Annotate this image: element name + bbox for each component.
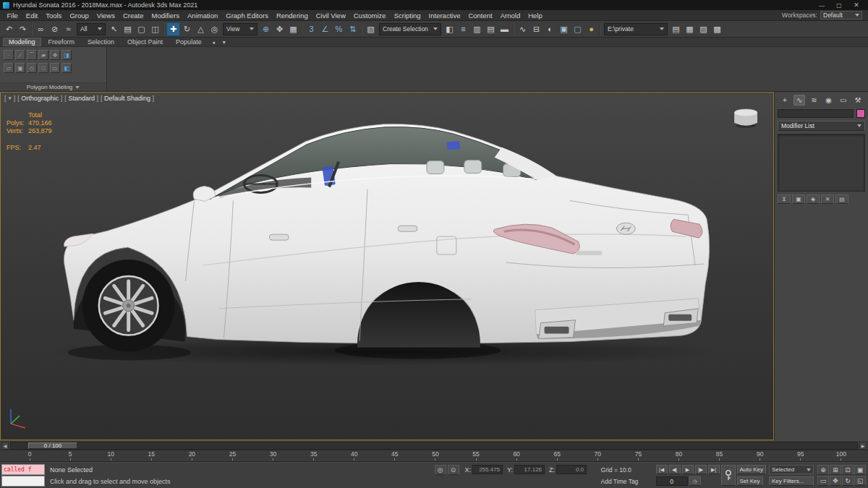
render-production-icon[interactable]: ●: [584, 22, 598, 36]
material-editor-icon[interactable]: ◐: [543, 22, 557, 36]
asset-library-icon[interactable]: ▤: [669, 22, 683, 36]
select-and-link-icon[interactable]: ∞: [34, 22, 48, 36]
maxscript-mini-listener[interactable]: called f: [0, 463, 46, 488]
ribbon-config-icon[interactable]: ▼: [219, 38, 229, 46]
play-button[interactable]: ▶: [682, 465, 694, 474]
ribbon-tab[interactable]: Modeling: [3, 38, 41, 46]
scene-explorer-icon[interactable]: ▤: [484, 22, 498, 36]
maximize-viewport-icon[interactable]: ◱: [854, 476, 866, 486]
select-and-move-icon[interactable]: ✚: [166, 22, 180, 36]
menu-item[interactable]: Graph Editors: [222, 12, 273, 20]
key-filters-button[interactable]: Key Filters...: [769, 476, 814, 486]
spinner-snap-icon[interactable]: ⇅: [346, 22, 359, 36]
reference-coordinate-dropdown[interactable]: View: [223, 23, 258, 35]
hierarchy-tab[interactable]: ≋: [808, 95, 820, 106]
create-tab[interactable]: +: [779, 95, 791, 106]
set-key-mode-button[interactable]: [721, 465, 736, 486]
select-object-icon[interactable]: ↖: [107, 22, 121, 36]
render-cloud-icon[interactable]: ▨: [697, 22, 710, 36]
show-end-result-button[interactable]: ▣: [792, 194, 805, 204]
menu-item[interactable]: Customize: [349, 12, 390, 20]
unlink-selection-icon[interactable]: ⊘: [48, 22, 61, 36]
listener-output[interactable]: called f: [1, 464, 45, 475]
menu-item[interactable]: Tools: [42, 12, 66, 20]
menu-item[interactable]: File: [3, 12, 22, 20]
time-slider-handle[interactable]: 0 / 100: [28, 442, 77, 449]
edit-poly-mode-button[interactable]: ◨: [61, 50, 72, 60]
preview-multi-button[interactable]: ◇: [27, 63, 37, 73]
next-frame-arrow[interactable]: ▶: [859, 442, 867, 450]
snaps-toggle-icon[interactable]: 3: [305, 22, 318, 36]
pan-icon[interactable]: ✥: [830, 476, 841, 486]
open-folder-icon[interactable]: ▩: [710, 22, 724, 36]
menu-item[interactable]: Views: [93, 12, 119, 20]
select-and-place-icon[interactable]: ◎: [208, 22, 221, 36]
listener-input[interactable]: [1, 476, 45, 487]
edit-named-selection-sets-icon[interactable]: ▧: [364, 22, 378, 36]
current-frame-field[interactable]: 0: [656, 476, 688, 486]
next-frame-button[interactable]: |▶: [695, 465, 707, 474]
close-button[interactable]: ✕: [848, 1, 865, 10]
modifier-stack[interactable]: [778, 134, 865, 192]
zoom-all-icon[interactable]: ⊞: [830, 465, 841, 475]
preview-off-button[interactable]: ▱: [4, 63, 14, 73]
rendered-frame-icon[interactable]: ▢: [571, 22, 584, 36]
pin-stack-button[interactable]: ⊻: [778, 194, 791, 204]
align-icon[interactable]: ≡: [456, 22, 470, 36]
undo-icon[interactable]: ↶: [2, 22, 16, 36]
select-and-rotate-icon[interactable]: ↻: [180, 22, 194, 36]
ribbon-tab[interactable]: Selection: [82, 38, 120, 46]
isolate-selection-toggle[interactable]: ◎: [435, 465, 446, 475]
menu-item[interactable]: Modifiers: [148, 12, 184, 20]
utilities-tab[interactable]: ⚒: [852, 95, 864, 106]
window-crossing-icon[interactable]: ◫: [148, 22, 162, 36]
menu-item[interactable]: Rendering: [272, 12, 312, 20]
redo-icon[interactable]: ↷: [16, 22, 30, 36]
schematic-view-icon[interactable]: ⊟: [529, 22, 543, 36]
curve-editor-icon[interactable]: ∿: [516, 22, 529, 36]
menu-item[interactable]: Scripting: [390, 12, 425, 20]
minimize-button[interactable]: —: [813, 1, 830, 10]
populate-flyout-icon[interactable]: ●: [209, 38, 219, 46]
menu-item[interactable]: Edit: [22, 12, 41, 20]
rectangular-selection-region-icon[interactable]: ▢: [135, 22, 148, 36]
orbit-icon[interactable]: ↻: [842, 476, 854, 486]
time-slider-track[interactable]: 0 / 100: [10, 442, 858, 450]
previous-frame-arrow[interactable]: ◀: [1, 442, 9, 450]
border-mode-button[interactable]: ⌒: [27, 50, 37, 60]
remove-modifier-button[interactable]: ✕: [821, 194, 834, 204]
display-tab[interactable]: ▭: [838, 95, 849, 106]
repeat-last-button[interactable]: ▭: [50, 63, 60, 73]
zoom-region-icon[interactable]: ▭: [817, 476, 829, 486]
viewport-label-segment[interactable]: Orthographic: [17, 95, 62, 102]
menu-item[interactable]: Content: [464, 12, 496, 20]
ribbon-tab[interactable]: Populate: [170, 38, 208, 46]
go-to-start-button[interactable]: |◀: [656, 465, 668, 474]
layer-explorer-icon[interactable]: ▥: [470, 22, 484, 36]
collapse-stack-button[interactable]: □: [38, 63, 48, 73]
vertex-mode-button[interactable]: ∙: [4, 50, 14, 60]
mirror-icon[interactable]: ◧: [443, 22, 456, 36]
percent-snap-icon[interactable]: %: [332, 22, 346, 36]
modify-tab[interactable]: ∿: [793, 95, 805, 106]
select-and-scale-icon[interactable]: △: [194, 22, 208, 36]
previous-frame-button[interactable]: ◀|: [669, 465, 681, 474]
time-configuration-button[interactable]: ◷: [689, 476, 701, 486]
modify-mode-button[interactable]: ◧: [61, 63, 72, 73]
motion-tab[interactable]: ◉: [823, 95, 835, 106]
maximize-button[interactable]: ▢: [830, 1, 848, 10]
select-and-manipulate-icon[interactable]: ✥: [273, 22, 286, 36]
viewport[interactable]: +OrthographicStandardDefault Shading Tot…: [0, 92, 774, 440]
menu-item[interactable]: Group: [66, 12, 93, 20]
modifier-list-dropdown[interactable]: Modifier List: [778, 121, 865, 131]
z-coordinate-field[interactable]: 0.0: [556, 465, 587, 474]
render-setup-icon[interactable]: ▣: [557, 22, 571, 36]
menu-item[interactable]: Animation: [184, 12, 222, 20]
menu-item[interactable]: Interactive: [425, 12, 464, 20]
zoom-extents-all-icon[interactable]: ▣: [854, 465, 866, 475]
use-pivot-point-center-icon[interactable]: ⊕: [259, 22, 273, 36]
preview-subobject-button[interactable]: ▣: [15, 63, 25, 73]
zoom-icon[interactable]: ⊕: [817, 465, 829, 475]
selection-filter-dropdown[interactable]: All: [77, 23, 106, 35]
ribbon-toggle-icon[interactable]: ▬: [498, 22, 511, 36]
